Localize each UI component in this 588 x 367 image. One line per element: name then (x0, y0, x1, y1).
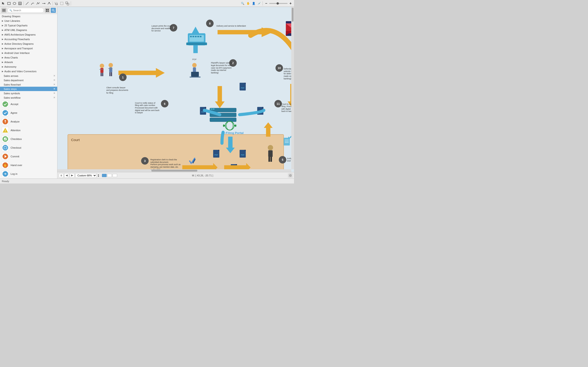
horizontal-scrollbar[interactable] (57, 169, 291, 172)
checkbox-icon (2, 135, 9, 142)
svg-rect-140 (193, 67, 196, 72)
hand-over-label: Hand over (10, 164, 22, 167)
svg-rect-142 (190, 77, 200, 77)
arc-tool[interactable] (30, 1, 35, 6)
svg-rect-133 (102, 73, 103, 76)
svg-text:5: 5 (282, 158, 284, 161)
analyze-icon (2, 118, 9, 125)
sidebar-top: 🔍 (0, 7, 57, 14)
group-tool[interactable] (65, 1, 70, 6)
line-tool[interactable] (25, 1, 30, 6)
shape-item-log-in[interactable]: Log in (0, 169, 57, 178)
svg-rect-69 (197, 36, 199, 37)
sidebar-menu-btn[interactable] (1, 8, 6, 13)
sidebar-list: Drawing Shapes ▶ User Libraries ▶ 25 Typ… (0, 14, 57, 178)
svg-text:PDF: PDF (241, 87, 245, 89)
pointer-tool[interactable] (1, 1, 6, 6)
sidebar-item-audio-video[interactable]: ▶ Audio and Video Connectors (0, 69, 57, 74)
zoom-tool[interactable]: 🔍 (240, 1, 245, 6)
sidebar-item-active-directory[interactable]: ▶ Active Directory Diagrams (0, 42, 57, 46)
svg-text:PDF: PDF (215, 154, 218, 156)
shape-item-agree[interactable]: Agree (0, 108, 57, 117)
shape-item-commit[interactable]: Commit (0, 152, 57, 161)
crop-tool[interactable] (54, 1, 59, 6)
sidebar-item-area-charts[interactable]: ▶ Area Charts (0, 55, 57, 60)
sidebar-open-sales-symbols[interactable]: Sales symbols ✕ (0, 91, 57, 95)
svg-rect-59 (210, 118, 236, 122)
close-sales-steps[interactable]: ✕ (53, 87, 55, 90)
svg-rect-12 (66, 2, 68, 4)
close-sales-flowchart[interactable]: ✕ (53, 83, 55, 86)
svg-rect-1 (8, 2, 10, 5)
table-tool[interactable] (17, 1, 23, 6)
commit-label: Commit (10, 155, 19, 158)
close-sales-arrows[interactable]: ✕ (53, 74, 55, 77)
sidebar-item-accounting-flowcharts[interactable]: ▶ Accounting Flowcharts (0, 37, 57, 42)
zoom-in-btn[interactable]: + (288, 1, 293, 6)
diagram-canvas[interactable]: Court (57, 7, 294, 178)
sidebar-item-drawing-shapes[interactable]: Drawing Shapes (0, 14, 57, 19)
zoom-out-btn[interactable]: − (264, 1, 269, 6)
sidebar-item-astronomy[interactable]: ▶ Astronomy (0, 65, 57, 69)
shape-item-analyze[interactable]: Analyze (0, 117, 57, 126)
sidebar-open-sales-flowchart[interactable]: Sales flowchart ✕ (0, 82, 57, 87)
svg-rect-14 (2, 9, 6, 10)
fit-page-btn[interactable] (288, 173, 293, 178)
shape-item-checkout[interactable]: Checkout (0, 143, 57, 152)
toolbar-separator-2 (52, 1, 53, 6)
vertical-scrollbar[interactable] (291, 7, 294, 169)
svg-text:7: 7 (173, 26, 174, 30)
close-sales-department[interactable]: ✕ (53, 79, 55, 82)
page-3[interactable] (112, 174, 117, 177)
svg-rect-15 (2, 10, 6, 10)
canvas-area[interactable]: Court (57, 7, 294, 178)
page-2[interactable] (107, 174, 112, 177)
rectangle-tool[interactable] (6, 1, 11, 6)
sidebar-item-android-ui[interactable]: ▶ Android User Interface (0, 51, 57, 55)
eyedropper-tool[interactable]: 💉 (257, 1, 262, 6)
svg-rect-152 (268, 150, 273, 157)
sidebar-open-sales-steps[interactable]: Sales steps ✕ (0, 87, 57, 91)
ellipse-tool[interactable] (12, 1, 17, 6)
smart-connector-tool[interactable] (47, 1, 52, 6)
shape-item-checkbox[interactable]: Checkbox (0, 135, 57, 143)
svg-line-7 (26, 2, 28, 5)
sidebar-item-aws-architecture[interactable]: ▶ AWS Architecture Diagrams (0, 32, 57, 37)
shape-item-attention[interactable]: ! Attention (0, 126, 57, 135)
user-tool[interactable]: 👤 (251, 1, 256, 6)
zoom-arrows[interactable]: ▲ ▼ (98, 174, 99, 177)
svg-rect-162 (284, 138, 290, 146)
sidebar-item-25-typical-orgcharts[interactable]: ▶ 25 Typical Orgcharts (0, 23, 57, 28)
shape-item-accept[interactable]: Accept (0, 100, 57, 108)
shape-item-hand-over[interactable]: ✋ Hand over (0, 161, 57, 169)
svg-rect-137 (109, 72, 111, 76)
sidebar-item-user-libraries[interactable]: ▶ User Libraries (0, 19, 57, 23)
prev-btn[interactable]: ◀ (64, 173, 69, 178)
svg-rect-138 (111, 72, 112, 76)
select-area-tool[interactable] (59, 1, 64, 6)
next-btn[interactable]: ▶ (70, 173, 74, 178)
zoom-slider[interactable] (269, 3, 288, 4)
sidebar-open-sales-workflow[interactable]: Sales workflow ✕ (0, 95, 57, 100)
sidebar-item-artwork[interactable]: ▶ Artwork (0, 60, 57, 65)
zoom-select[interactable]: Custom 68% 50% 75% 100% 150% (75, 173, 97, 178)
grid-view-btn[interactable] (45, 8, 50, 13)
sidebar-open-sales-department[interactable]: Sales department ✕ (0, 78, 57, 82)
connector-tool[interactable] (41, 1, 46, 6)
pause-btn[interactable]: ⏸ (59, 173, 63, 178)
hand-tool[interactable]: ✋ (246, 1, 251, 6)
polyline-tool[interactable] (36, 1, 41, 6)
page-1[interactable] (102, 174, 107, 177)
close-sales-workflow[interactable]: ✕ (53, 96, 55, 99)
sidebar-open-sales-arrows[interactable]: Sales arrows ✕ (0, 74, 57, 78)
attention-label: Attention (10, 129, 20, 132)
search-input[interactable] (13, 9, 42, 12)
close-sales-symbols[interactable]: ✕ (53, 92, 55, 95)
search-go-btn[interactable] (51, 8, 56, 13)
status-bar: Ready (0, 178, 294, 184)
svg-rect-57 (213, 108, 215, 110)
svg-rect-135 (109, 67, 112, 72)
sidebar-item-aerospace[interactable]: ▶ Aerospace and Transport (0, 46, 57, 51)
sidebar-item-atm-uml-diagrams[interactable]: ▶ ATM UML Diagrams (0, 28, 57, 32)
svg-text:10: 10 (278, 67, 281, 70)
